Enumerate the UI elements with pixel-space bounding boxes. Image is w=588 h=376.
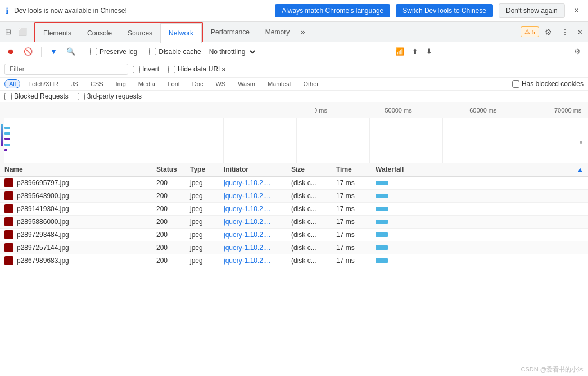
cell-name: p2895643900.jpg bbox=[4, 191, 156, 200]
type-ws[interactable]: WS bbox=[211, 79, 230, 88]
col-header-status[interactable]: Status bbox=[156, 165, 190, 173]
blocked-requests-checkbox[interactable] bbox=[4, 93, 12, 100]
cell-size: (disk c... bbox=[291, 205, 336, 213]
type-all[interactable]: All bbox=[4, 79, 20, 88]
waterfall-area bbox=[0, 118, 588, 163]
cell-status: 200 bbox=[156, 192, 190, 200]
network-conditions-icon[interactable]: 📶 bbox=[392, 46, 407, 57]
table-row[interactable]: p2896695797.jpg 200 jpeg jquery-1.10.2..… bbox=[0, 177, 588, 190]
cell-type: jpeg bbox=[190, 218, 224, 226]
cell-size: (disk c... bbox=[291, 192, 336, 200]
tab-sources[interactable]: Sources bbox=[120, 23, 160, 43]
invert-label[interactable]: Invert bbox=[133, 65, 159, 73]
type-font[interactable]: Font bbox=[163, 79, 184, 88]
table-row[interactable]: p2897293484.jpg 200 jpeg jquery-1.10.2..… bbox=[0, 229, 588, 241]
cell-initiator: jquery-1.10.2.... bbox=[224, 218, 291, 226]
tab-network[interactable]: Network bbox=[160, 23, 202, 43]
export-icon[interactable]: ⬇ bbox=[423, 46, 435, 57]
toolbar-separator-2 bbox=[84, 47, 84, 57]
col-header-name[interactable]: Name bbox=[4, 165, 156, 173]
cell-initiator: jquery-1.10.2.... bbox=[224, 257, 291, 265]
search-button[interactable]: 🔍 bbox=[64, 46, 78, 57]
cell-waterfall bbox=[376, 191, 584, 200]
type-manifest[interactable]: Manifest bbox=[263, 79, 296, 88]
preserve-log-checkbox[interactable] bbox=[90, 48, 97, 55]
cell-time: 17 ms bbox=[336, 205, 376, 213]
type-img[interactable]: Img bbox=[111, 79, 130, 88]
col-header-waterfall[interactable]: Waterfall ▲ bbox=[376, 165, 584, 173]
more-options-button[interactable]: ⋮ bbox=[558, 25, 572, 39]
cell-time: 17 ms bbox=[336, 179, 376, 187]
type-css[interactable]: CSS bbox=[86, 79, 108, 88]
col-header-type[interactable]: Type bbox=[190, 165, 224, 173]
match-language-button[interactable]: Always match Chrome's language bbox=[275, 4, 390, 17]
disable-cache-label[interactable]: Disable cache bbox=[149, 48, 201, 56]
network-settings-button[interactable]: ⚙ bbox=[571, 46, 584, 57]
table-row[interactable]: p2895886000.jpg 200 jpeg jquery-1.10.2..… bbox=[0, 216, 588, 229]
table-row[interactable]: p2895643900.jpg 200 jpeg jquery-1.10.2..… bbox=[0, 190, 588, 203]
tabs-overflow-button[interactable]: » bbox=[297, 25, 308, 38]
device-toggle-icon[interactable]: ⬜ bbox=[15, 25, 30, 38]
has-blocked-cookies-label[interactable]: Has blocked cookies bbox=[512, 80, 584, 88]
element-picker-icon[interactable]: ⊞ bbox=[2, 25, 14, 38]
filter-input[interactable] bbox=[4, 64, 128, 75]
col-header-initiator[interactable]: Initiator bbox=[224, 165, 291, 173]
cell-type: jpeg bbox=[190, 231, 224, 239]
thumbnail-icon bbox=[4, 256, 13, 265]
table-row[interactable]: p2897257144.jpg 200 jpeg jquery-1.10.2..… bbox=[0, 241, 588, 254]
third-party-checkbox[interactable] bbox=[78, 93, 85, 100]
tabs-container: Elements Console Sources Network bbox=[34, 22, 203, 42]
table-scroll-container[interactable]: p2896695797.jpg 200 jpeg jquery-1.10.2..… bbox=[0, 177, 588, 301]
type-wasm[interactable]: Wasm bbox=[233, 79, 260, 88]
clear-button[interactable]: 🚫 bbox=[21, 46, 35, 57]
cell-status: 200 bbox=[156, 218, 190, 226]
switch-to-chinese-button[interactable]: Switch DevTools to Chinese bbox=[396, 4, 493, 17]
stop-recording-button[interactable]: ⏺ bbox=[4, 46, 17, 57]
disable-cache-text: Disable cache bbox=[159, 48, 201, 56]
hide-data-urls-label[interactable]: Hide data URLs bbox=[168, 65, 225, 73]
table-header: Name Status Type Initiator Size Time Wat… bbox=[0, 163, 588, 177]
cell-size: (disk c... bbox=[291, 231, 336, 239]
warning-icon: ⚠ bbox=[524, 28, 530, 35]
has-blocked-cookies-text: Has blocked cookies bbox=[522, 80, 584, 88]
tab-performance[interactable]: Performance bbox=[203, 22, 257, 42]
hide-data-urls-checkbox[interactable] bbox=[168, 66, 175, 73]
type-fetch-xhr[interactable]: Fetch/XHR bbox=[24, 79, 63, 88]
table-row[interactable]: p2891419304.jpg 200 jpeg jquery-1.10.2..… bbox=[0, 203, 588, 216]
devtools-close-button[interactable]: × bbox=[575, 25, 586, 39]
toolbar-row: ⏺ 🚫 ▼ 🔍 Preserve log Disable cache No th… bbox=[0, 42, 588, 61]
col-header-time[interactable]: Time bbox=[336, 165, 376, 173]
cell-name: p2897257144.jpg bbox=[4, 243, 156, 252]
tab-console[interactable]: Console bbox=[79, 23, 120, 43]
type-media[interactable]: Media bbox=[134, 79, 160, 88]
type-other[interactable]: Other bbox=[298, 79, 323, 88]
tab-memory[interactable]: Memory bbox=[257, 22, 297, 42]
network-icons: 📶 ⬆ ⬇ bbox=[392, 46, 435, 57]
type-doc[interactable]: Doc bbox=[188, 79, 208, 88]
third-party-label[interactable]: 3rd-party requests bbox=[78, 92, 142, 100]
preserve-log-label[interactable]: Preserve log bbox=[90, 48, 137, 56]
dont-show-again-button[interactable]: Don't show again bbox=[499, 3, 565, 18]
info-bar-close-button[interactable]: × bbox=[571, 5, 582, 17]
settings-button[interactable]: ⚙ bbox=[541, 25, 555, 39]
timeline-label-60000: 60000 ms bbox=[469, 107, 496, 114]
blocked-requests-label[interactable]: Blocked Requests bbox=[4, 92, 69, 100]
type-js[interactable]: JS bbox=[66, 79, 83, 88]
invert-checkbox[interactable] bbox=[133, 66, 140, 73]
import-icon[interactable]: ⬆ bbox=[409, 46, 421, 57]
disable-cache-checkbox[interactable] bbox=[149, 48, 156, 55]
thumbnail-icon bbox=[4, 204, 13, 213]
timeline-label-50000: 50000 ms bbox=[385, 107, 411, 114]
table-row[interactable]: p2867989683.jpg 200 jpeg jquery-1.10.2..… bbox=[0, 254, 588, 267]
cell-type: jpeg bbox=[190, 179, 224, 187]
col-header-size[interactable]: Size bbox=[291, 165, 336, 173]
cell-waterfall bbox=[376, 243, 584, 252]
cell-name: p2896695797.jpg bbox=[4, 178, 156, 187]
has-blocked-cookies-checkbox[interactable] bbox=[512, 80, 519, 88]
throttle-select[interactable]: No throttling bbox=[205, 46, 257, 57]
timeline-labels: 10000 ms 20000 ms 30000 ms 40000 ms 5000… bbox=[315, 102, 588, 118]
cell-initiator: jquery-1.10.2.... bbox=[224, 205, 291, 213]
tab-elements[interactable]: Elements bbox=[35, 23, 79, 43]
tabs-right: ⚠ 5 ⚙ ⋮ × bbox=[521, 25, 586, 39]
filter-button[interactable]: ▼ bbox=[47, 46, 60, 57]
